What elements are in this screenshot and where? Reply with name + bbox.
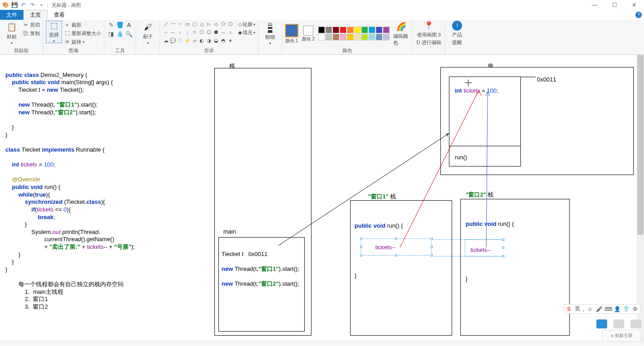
win1-brace: } bbox=[355, 272, 356, 280]
group-tools: ✎ 🪣 A ◨ 💧 🔍 工具 bbox=[104, 20, 136, 54]
help-button[interactable]: ? bbox=[633, 10, 644, 20]
shape-fill-button[interactable]: ◆填充▾ bbox=[238, 29, 255, 36]
app-icon: 🎨 bbox=[2, 1, 9, 9]
tab-home[interactable]: 主页 bbox=[23, 10, 48, 20]
quick-access-toolbar: 🎨 💾 ↶ ↷ ▾ bbox=[0, 1, 47, 9]
color-swatch[interactable] bbox=[340, 34, 346, 40]
save-icon[interactable]: 💾 bbox=[11, 1, 18, 9]
color-swatch[interactable] bbox=[361, 27, 368, 33]
main-label: main bbox=[223, 228, 236, 236]
close-button[interactable]: ✕ bbox=[624, 0, 644, 10]
color2-button[interactable]: 颜色 2 bbox=[302, 26, 315, 41]
scrollbar-thumb[interactable] bbox=[637, 55, 644, 235]
win2-selection-ext bbox=[432, 239, 503, 256]
window-title: 无标题 - 画图 bbox=[52, 2, 81, 9]
group-brush: 🖌刷子▾ bbox=[136, 20, 160, 54]
eraser-icon[interactable]: ◨ bbox=[107, 30, 115, 38]
copy-button[interactable]: ⿻复制 bbox=[22, 29, 40, 37]
fill-icon[interactable]: 🪣 bbox=[116, 21, 124, 29]
code-block: public class Demo2_Memory { public stati… bbox=[5, 64, 135, 311]
win2-tickets: tickets-- bbox=[471, 247, 491, 254]
color-swatch[interactable] bbox=[376, 34, 382, 40]
color-swatch[interactable] bbox=[325, 27, 332, 33]
heap-var: int tickets = 100; bbox=[455, 87, 498, 95]
win1-selection[interactable] bbox=[361, 238, 432, 256]
group-label: 剪贴板 bbox=[14, 47, 29, 54]
group-image: ⬚选择▾ ⌗裁剪 ⛶重新调整大小 ⟳旋转▾ 图像 bbox=[43, 20, 104, 54]
vertical-scrollbar[interactable] bbox=[637, 55, 644, 341]
color-swatch[interactable] bbox=[318, 27, 325, 33]
win2-run-sig: public void run() { bbox=[466, 220, 514, 228]
group-colors: 颜色 1 颜色 2 🌈编辑颜色 颜色 bbox=[282, 20, 413, 54]
brush-button[interactable]: 🖌刷子▾ bbox=[139, 21, 157, 46]
win1-box bbox=[350, 200, 452, 336]
color-swatch[interactable] bbox=[354, 27, 361, 33]
color-swatch[interactable] bbox=[325, 34, 332, 40]
redo-icon[interactable]: ↷ bbox=[29, 1, 36, 9]
heap-addr: 0x0011 bbox=[537, 76, 556, 84]
paste-button[interactable]: 📋粘贴▾ bbox=[3, 21, 21, 46]
color-swatch[interactable] bbox=[383, 27, 390, 33]
color-swatch[interactable] bbox=[354, 34, 361, 40]
text-icon[interactable]: A bbox=[125, 21, 133, 29]
title-bar: 🎨 💾 ↶ ↷ ▾ | 无标题 - 画图 — ☐ ✕ bbox=[0, 0, 644, 10]
win2-brace: } bbox=[466, 275, 467, 283]
zoom-icon[interactable]: 🔍 bbox=[125, 30, 133, 38]
tab-view[interactable]: 查看 bbox=[48, 10, 71, 20]
select-button[interactable]: ⬚选择▾ bbox=[46, 21, 62, 43]
crop-button[interactable]: ⌗裁剪 bbox=[64, 21, 101, 29]
rotate-button[interactable]: ⟳旋转▾ bbox=[64, 38, 101, 46]
color-swatch[interactable] bbox=[383, 34, 390, 40]
edit-colors-button[interactable]: 🌈编辑颜色 bbox=[393, 21, 409, 46]
paint3d-button[interactable]: 📍使用画图 3D 进行编辑 bbox=[415, 21, 442, 46]
color-swatch[interactable] bbox=[361, 34, 368, 40]
color-palette[interactable] bbox=[318, 27, 390, 40]
color-swatch[interactable] bbox=[369, 34, 375, 40]
shape-outline-button[interactable]: ◇轮廓▾ bbox=[238, 21, 255, 28]
color-swatch[interactable] bbox=[333, 34, 339, 40]
group-shapes: ／〰○▭▢△▷◇⬠⬡ →←↑↓☆⬠⬡⬟↔↕ ☁💬♡⚡▱◐◑◒◓▾ ◇轮廓▾ ◆填… bbox=[160, 20, 258, 54]
minimize-button[interactable]: — bbox=[585, 0, 604, 10]
group-paint3d: 📍使用画图 3D 进行编辑 bbox=[413, 20, 445, 54]
color-swatch[interactable] bbox=[347, 27, 354, 33]
qat-dropdown-icon[interactable]: ▾ bbox=[38, 1, 45, 9]
color-swatch[interactable] bbox=[340, 27, 346, 33]
color-swatch[interactable] bbox=[318, 34, 325, 40]
color-swatch[interactable] bbox=[347, 34, 354, 40]
win1-run-sig: public void run() { bbox=[355, 222, 403, 230]
group-label: 形状 bbox=[204, 47, 214, 54]
shapes-gallery[interactable]: ／〰○▭▢△▷◇⬠⬡ →←↑↓☆⬠⬡⬟↔↕ ☁💬♡⚡▱◐◑◒◓▾ bbox=[163, 21, 234, 45]
status-bar bbox=[0, 341, 644, 346]
divider: | bbox=[47, 2, 48, 8]
color-swatch[interactable] bbox=[369, 27, 375, 33]
watermark: ✕ 创新互联 bbox=[596, 319, 641, 342]
win1-tickets: tickets-- bbox=[375, 244, 396, 252]
color-swatch[interactable] bbox=[376, 27, 382, 33]
undo-icon[interactable]: ↶ bbox=[20, 1, 27, 9]
ime-toolbar[interactable]: S 英, ☺🎤⌨👤👕⚙ bbox=[564, 304, 640, 314]
heap-run: run() bbox=[455, 154, 467, 162]
cut-button[interactable]: ✂剪切 bbox=[22, 21, 40, 29]
group-size: 粗细▾ bbox=[258, 20, 282, 54]
picker-icon[interactable]: 💧 bbox=[116, 30, 124, 38]
win1-label: "窗口1" 栈 bbox=[368, 193, 396, 201]
resize-button[interactable]: ⛶重新调整大小 bbox=[64, 29, 101, 37]
group-label: 颜色 bbox=[342, 47, 352, 54]
pencil-icon[interactable]: ✎ bbox=[107, 21, 115, 29]
size-button[interactable]: 粗细▾ bbox=[261, 21, 279, 46]
ribbon: 📋粘贴▾ ✂剪切 ⿻复制 剪贴板 ⬚选择▾ ⌗裁剪 ⛶重新调整大小 ⟳旋转▾ 图… bbox=[0, 20, 644, 55]
maximize-button[interactable]: ☐ bbox=[604, 0, 624, 10]
group-label: 图像 bbox=[69, 47, 79, 54]
win2-label: "窗口2" 栈 bbox=[466, 191, 493, 199]
win2-box bbox=[460, 199, 570, 336]
ribbon-tabs: 文件 主页 查看 ? bbox=[0, 10, 644, 20]
group-clipboard: 📋粘贴▾ ✂剪切 ⿻复制 剪贴板 bbox=[0, 20, 43, 54]
color1-button[interactable]: 颜色 1 bbox=[285, 24, 298, 43]
alert-button[interactable]: !产品提醒 bbox=[448, 21, 466, 46]
canvas-area[interactable]: public class Demo2_Memory { public stati… bbox=[0, 55, 640, 341]
main-code: Tiecket t 0x0011 new Thread(t,"窗口1").sta… bbox=[222, 243, 299, 288]
tab-file[interactable]: 文件 bbox=[0, 10, 23, 20]
group-alert: !产品提醒 bbox=[445, 20, 469, 54]
group-label: 工具 bbox=[115, 47, 125, 54]
color-swatch[interactable] bbox=[333, 27, 339, 33]
